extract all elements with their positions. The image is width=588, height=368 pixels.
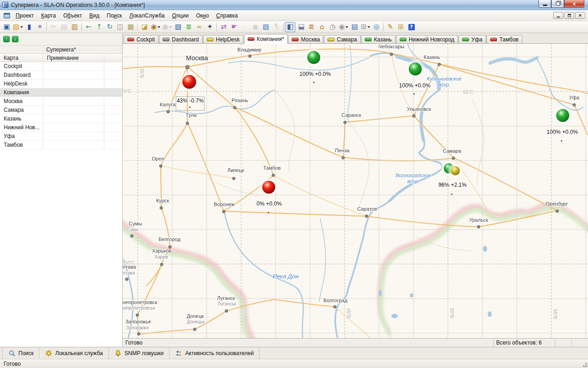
restore-button[interactable] [551,0,564,8]
menu-view[interactable]: Вид [86,11,103,21]
nav-up-button[interactable]: ↑ [3,36,10,42]
sidebar-row[interactable]: Нижний Нов... [0,123,122,132]
menu-window[interactable]: Окно [192,11,213,21]
tab-kazan[interactable]: Казань [361,35,396,43]
up-icon[interactable]: ↑ [94,22,104,32]
sidebar-row[interactable]: HelpDesk [0,80,122,88]
city-sublabel: Суми [127,227,138,232]
menu-object[interactable]: Объект [60,11,86,21]
map-list: CockpitDashboardHelpDeskКомпанияМоскваСа… [0,62,122,347]
close-button[interactable]: × [564,0,584,8]
clock-icon[interactable]: ◷ [327,22,338,32]
tab-samara[interactable]: Самара [324,35,361,43]
city-dot [225,310,228,312]
city-dot [137,333,140,335]
add-report-icon[interactable]: ◪ [139,22,150,32]
city-dot [130,235,133,237]
column-header-map[interactable]: Карта [0,54,43,62]
hand-pointer-icon[interactable]: ☛ [229,22,239,32]
menu-help[interactable]: Справка [213,11,242,21]
panel-bottom-icon[interactable]: ◧ [295,22,306,32]
tab-ufa[interactable]: Уфа [458,35,486,43]
paste-icon[interactable]: ▥ [69,22,80,32]
map-tab-bar: CockpitDashboardHelpDeskКомпания*МоскваС… [123,33,588,44]
magic-wand-icon[interactable]: ✶ [34,22,45,32]
city-dot [167,110,170,113]
sidebar-row[interactable]: Компания [0,88,122,97]
properties-icon[interactable]: ✎ [385,22,396,32]
tab-cockpit[interactable]: Cockpit [124,35,158,43]
remote-window-icon[interactable]: ◫ [115,22,125,32]
tab-moscow[interactable]: Москва [288,35,323,43]
nav-down-button[interactable]: ↓ [12,36,18,42]
tab-helpdesk[interactable]: HelpDesk [203,35,243,43]
grid-window-icon[interactable]: ▦ [125,22,136,32]
link-icon[interactable]: ∞ [194,22,204,32]
mdi-restore-button[interactable] [564,12,574,19]
sidebar-row[interactable]: Dashboard [0,71,122,80]
tab-company[interactable]: Компания* [244,34,288,44]
menu-options[interactable]: Опции [169,11,192,21]
sidebar-row[interactable]: Москва [0,97,122,106]
sphere-icon: ● [250,22,260,32]
sidebar-row[interactable]: Тамбов [0,141,122,150]
workflow-icon[interactable]: ⊞ [396,22,406,32]
map-name-cell: Cockpit [0,62,43,70]
tab-tambov[interactable]: Тамбов [486,35,522,43]
new-map-icon[interactable]: ▣ [1,22,12,32]
map-name-cell: Самара [0,106,43,114]
mdi-child-icon[interactable] [4,13,10,18]
city-label: Запорожье [125,319,151,324]
city-dot [160,263,163,266]
note-cell [43,106,104,114]
toolbar-separator [81,23,82,31]
menu-map[interactable]: Карта [38,11,60,21]
traffic-light-icon[interactable]: ≣ [183,22,194,32]
sidebar-row[interactable]: Уфа [0,132,122,141]
open-map-icon[interactable]: ▨ [12,22,24,32]
tree-icon[interactable]: ⊞ [360,22,371,32]
save-icon[interactable]: ▮ [24,22,34,32]
globe-user-icon[interactable]: ◎ [371,22,382,32]
mdi-minimize-button[interactable] [553,12,563,19]
pin-icon[interactable]: ✦ [204,22,215,32]
toolbar-separator [283,23,283,31]
map-name-cell: Москва [0,97,43,105]
map-canvas[interactable]: 35°В40°В45°В50°В55°В5°С55°С50°С Куйбышев… [123,44,588,338]
add-user-icon[interactable]: ◉ [150,22,161,32]
refresh-icon[interactable]: ↻ [104,22,115,32]
tab-nizhny-novgorod[interactable]: Нижний Новгород [396,35,458,43]
tab-dashboard[interactable]: Dashboard [159,35,203,43]
sidebar-row[interactable]: Казань [0,115,122,123]
sidebar-row[interactable]: Самара [0,106,122,115]
toolbar-separator [216,23,217,31]
mdi-close-button[interactable]: × [575,12,585,19]
sidebar-row[interactable]: Cockpit [0,62,122,71]
status-led-icon [400,38,407,41]
resize-grip[interactable] [582,362,587,367]
help-icon[interactable]: ? [406,22,417,32]
add-chart-icon[interactable]: ▧ [173,22,183,32]
note-cell [43,88,104,97]
list-window-icon[interactable]: ▤ [349,22,360,32]
tab-local-service[interactable]: Локальная служба [40,347,109,359]
menu-search[interactable]: Поиск [103,11,125,21]
city-dot [249,55,251,58]
minimize-button[interactable] [538,0,551,8]
column-header-note[interactable]: Примечание [43,54,104,62]
tab-search[interactable]: Поиск [2,347,40,359]
panel-left-icon[interactable]: ◧ [285,22,295,32]
tab-user-activity[interactable]: Активность пользователей [170,347,260,359]
status-legend-icon[interactable]: ≣ [306,22,317,32]
sla-chart-icon[interactable]: ▧ [260,22,271,32]
home-icon[interactable]: ⌂ [317,22,327,32]
users-icon[interactable]: ◉ [338,22,349,32]
sync-icon[interactable]: ⇄ [218,22,229,32]
map-name-cell: HelpDesk [0,80,43,88]
tab-snmp-traps[interactable]: SNMP ловушки [109,347,170,359]
menu-project[interactable]: Проект [12,11,38,21]
back-icon[interactable]: ← [83,22,94,32]
city-label: Тамбов [263,165,281,171]
minimize-icon [543,5,547,6]
menu-local-service[interactable]: ЛокалСлужба [126,11,169,21]
